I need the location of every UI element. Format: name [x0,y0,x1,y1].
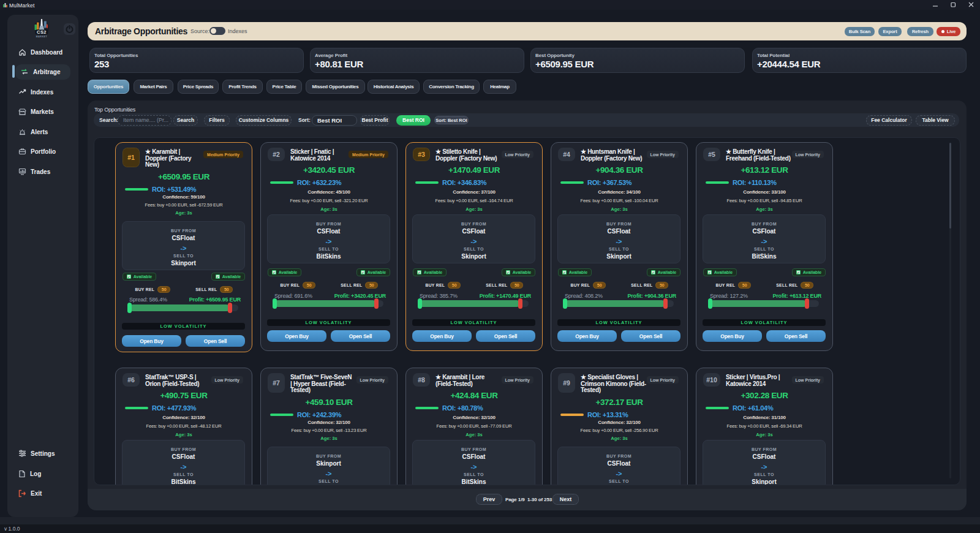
svg-text:MARKET: MARKET [36,36,48,38]
svg-text:CS2: CS2 [37,29,47,35]
